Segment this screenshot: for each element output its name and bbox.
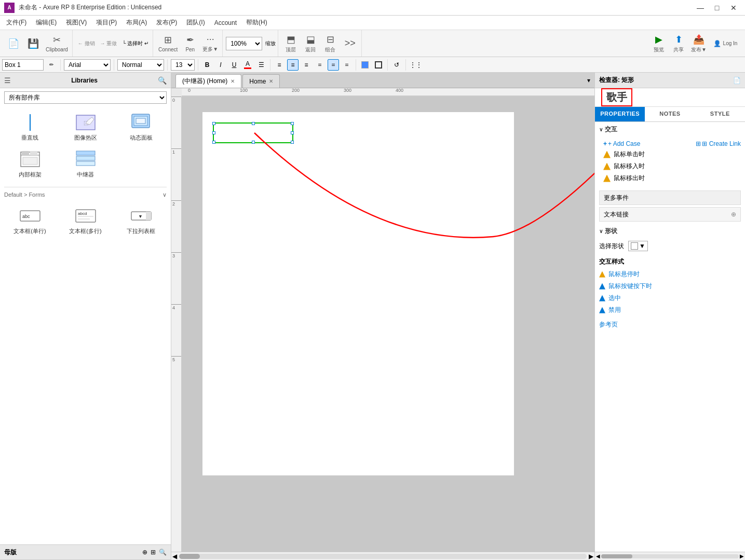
- lib-item-inner-frame[interactable]: 内部框架: [4, 148, 56, 181]
- create-link-btn[interactable]: ⊞ ⊞ Create Link: [696, 140, 741, 147]
- align-left-btn[interactable]: ≡: [274, 59, 285, 71]
- toolbar-login-btn[interactable]: 👤 Log In: [710, 32, 741, 55]
- menu-team[interactable]: 团队(I): [182, 17, 209, 29]
- lib-item-image-hotzone[interactable]: ⬚ 图像热区: [60, 111, 111, 144]
- text-link-expand-btn[interactable]: ⊕: [731, 211, 736, 218]
- menu-account[interactable]: Account: [210, 18, 241, 28]
- tab-notes[interactable]: NOTES: [645, 107, 695, 121]
- ref-page-btn[interactable]: 参考页: [595, 318, 745, 331]
- resize-handle-mr[interactable]: [291, 131, 294, 134]
- toolbar-top-btn[interactable]: ⬒ 顶层: [281, 32, 300, 55]
- masters-search-btn[interactable]: 🔍: [159, 549, 167, 556]
- menu-publish[interactable]: 发布(P): [152, 17, 181, 29]
- tab-home-close[interactable]: ✕: [269, 78, 273, 84]
- hscroll-right-btn[interactable]: ▶: [589, 553, 593, 560]
- toolbar-export-btn[interactable]: 📤 发布▼: [689, 32, 709, 55]
- masters-add-btn[interactable]: ⊕: [142, 549, 147, 556]
- font-family-select[interactable]: Arial: [64, 59, 111, 71]
- resize-handle-bc[interactable]: [252, 141, 255, 144]
- hscroll-left-btn[interactable]: ◀: [172, 553, 177, 560]
- add-case-btn[interactable]: + + Add Case: [603, 140, 640, 147]
- zoom-select[interactable]: 100% 75% 150%: [226, 37, 262, 50]
- section-collapse-icon[interactable]: ∨: [162, 192, 167, 198]
- lib-item-dynamic-panel[interactable]: 动态面板: [115, 111, 167, 144]
- fill-color-btn[interactable]: [359, 59, 371, 71]
- minimize-button[interactable]: —: [693, 3, 708, 13]
- canvas-widget-box[interactable]: [213, 122, 293, 143]
- tab-relay-close[interactable]: ✕: [231, 78, 235, 84]
- toolbar-select-btn[interactable]: └ 选择时 ↵: [120, 32, 151, 55]
- underline-btn[interactable]: U: [228, 59, 240, 71]
- toolbar-more2-btn[interactable]: >>: [341, 32, 359, 55]
- font-size-select[interactable]: 13 8 9 10 11 12 14 16 18 24: [171, 59, 195, 71]
- resize-handle-br[interactable]: [291, 141, 294, 144]
- toolbar-pen-btn[interactable]: ✒ Pen: [181, 32, 199, 55]
- toolbar-clipboard-btn[interactable]: ✂ Clipboard: [44, 32, 70, 55]
- menu-file[interactable]: 文件(F): [2, 17, 31, 29]
- inspector-hscroll[interactable]: ◀ ▶: [595, 552, 745, 560]
- align-right-btn[interactable]: ≡: [301, 59, 312, 71]
- menu-project[interactable]: 项目(P): [92, 17, 121, 29]
- interaction-section-header[interactable]: ∨ 交互: [595, 122, 745, 137]
- align-bottom-btn[interactable]: =: [341, 59, 353, 71]
- align-center-btn[interactable]: ≡: [287, 59, 299, 71]
- toolbar-preview-btn[interactable]: ▶ 预览: [649, 32, 668, 55]
- interact-style-hover[interactable]: 鼠标悬停时: [599, 268, 741, 280]
- libraries-search-btn[interactable]: 🔍: [158, 76, 167, 85]
- lib-item-dropdown[interactable]: ▼ 下拉列表框: [115, 204, 167, 237]
- close-button[interactable]: ✕: [726, 3, 741, 13]
- more-events-btn[interactable]: 更多事件: [599, 190, 741, 205]
- resize-handle-tc[interactable]: [252, 122, 255, 125]
- align-top-btn[interactable]: =: [314, 59, 326, 71]
- canvas-hscroll[interactable]: ◀ ▶: [171, 552, 594, 560]
- toolbar-more-btn[interactable]: ··· 更多▼: [200, 32, 220, 55]
- shape-section-header[interactable]: ∨ 形状: [595, 224, 745, 239]
- toolbar-save-btn[interactable]: 💾: [24, 32, 43, 55]
- menu-help[interactable]: 帮助(H): [242, 17, 272, 29]
- lib-item-textbox-single[interactable]: abc 文本框(单行): [4, 204, 56, 237]
- widget-name-edit-btn[interactable]: ✏: [46, 59, 57, 71]
- widget-name-input[interactable]: [2, 59, 44, 71]
- resize-handle-tr[interactable]: [291, 122, 294, 125]
- insp-hscroll-bar[interactable]: [601, 554, 739, 558]
- menu-layout[interactable]: 布局(A): [122, 17, 151, 29]
- hscroll-thumb[interactable]: [179, 554, 200, 559]
- interact-style-disabled[interactable]: 禁用: [599, 304, 741, 316]
- toolbar-group-btn[interactable]: ⊟ 组合: [321, 32, 340, 55]
- border-color-btn[interactable]: [373, 59, 384, 71]
- bold-btn[interactable]: B: [201, 59, 213, 71]
- insp-hscroll-right[interactable]: ▶: [740, 553, 744, 559]
- interact-style-mousedown[interactable]: 鼠标按键按下时: [599, 280, 741, 292]
- font-color-btn[interactable]: A: [242, 59, 253, 71]
- text-link-section[interactable]: 文本链接 ⊕: [599, 207, 741, 222]
- insp-hscroll-thumb[interactable]: [601, 554, 632, 558]
- maximize-button[interactable]: □: [710, 3, 724, 13]
- lib-item-relay[interactable]: 中继器: [60, 148, 111, 181]
- resize-handle-bl[interactable]: [212, 141, 215, 144]
- rotation-btn[interactable]: ↺: [391, 59, 402, 71]
- toolbar-connect-btn[interactable]: ⊞ Connect: [156, 32, 180, 55]
- lib-item-vertical-line[interactable]: 垂直线: [4, 111, 56, 144]
- inspector-new-page-btn[interactable]: 📄: [733, 77, 741, 84]
- toolbar-share-btn[interactable]: ⬆ 共享: [669, 32, 688, 55]
- tab-style[interactable]: STYLE: [695, 107, 745, 121]
- libraries-options-btn[interactable]: ☰: [4, 76, 11, 85]
- align-middle-btn[interactable]: =: [328, 59, 339, 71]
- toolbar-redo-btn[interactable]: → 重做: [98, 32, 119, 55]
- lib-item-textarea[interactable]: abcd 文本框(多行): [60, 204, 111, 237]
- hscroll-bar[interactable]: [179, 554, 587, 559]
- insp-hscroll-left[interactable]: ◀: [596, 553, 600, 559]
- resize-handle-tl[interactable]: [212, 122, 215, 125]
- list-btn[interactable]: ☰: [255, 59, 267, 71]
- tab-properties[interactable]: PROPERTIES: [595, 107, 645, 121]
- tab-home-relay[interactable]: (中继器) (Home) ✕: [175, 74, 241, 88]
- style-select[interactable]: Normal: [117, 59, 164, 71]
- resize-handle-ml[interactable]: [212, 131, 215, 134]
- toolbar-undo-btn[interactable]: ← 撤销: [76, 32, 97, 55]
- toolbar-back-btn[interactable]: ⬓ 返回: [301, 32, 320, 55]
- menu-view[interactable]: 视图(V): [62, 17, 91, 29]
- menu-edit[interactable]: 编辑(E): [32, 17, 61, 29]
- canvas-scroll-area[interactable]: [182, 97, 594, 552]
- shape-dropdown[interactable]: ▼: [628, 241, 648, 251]
- more-format-btn[interactable]: ⋮⋮: [409, 59, 423, 71]
